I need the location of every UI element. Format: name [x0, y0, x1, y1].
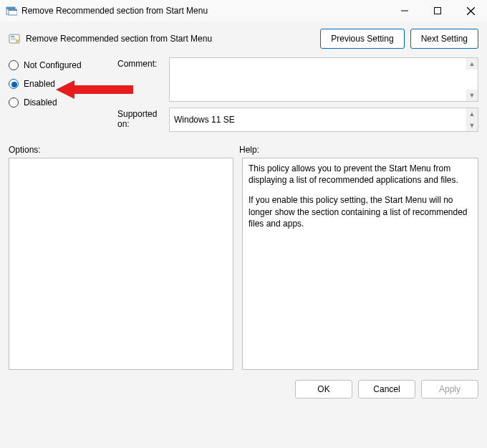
scroll-down-icon: ▼ — [466, 120, 478, 131]
svg-point-12 — [16, 39, 19, 42]
header: Remove Recommended section from Start Me… — [0, 22, 487, 53]
footer: OK Cancel Apply — [0, 370, 487, 409]
supported-on-box: Windows 11 SE ▲ ▼ — [169, 108, 478, 132]
radio-label: Disabled — [24, 97, 57, 108]
header-title: Remove Recommended section from Start Me… — [26, 34, 314, 44]
scroll-up-icon: ▲ — [466, 58, 478, 70]
next-setting-button[interactable]: Next Setting — [410, 29, 478, 49]
svg-rect-10 — [11, 38, 16, 39]
window-icon — [6, 5, 17, 16]
radio-label: Enabled — [24, 79, 55, 89]
ok-button[interactable]: OK — [295, 380, 352, 399]
svg-rect-3 — [9, 9, 17, 11]
comment-label: Comment: — [117, 57, 168, 69]
svg-rect-11 — [11, 39, 16, 40]
options-label: Options: — [9, 145, 239, 155]
previous-setting-button[interactable]: Previous Setting — [320, 29, 404, 49]
policy-icon — [9, 33, 20, 44]
help-text: This policy allows you to prevent the St… — [249, 163, 472, 186]
radio-label: Not Configured — [24, 60, 82, 70]
comment-textarea[interactable]: ▲ ▼ — [169, 57, 478, 102]
close-button[interactable] — [454, 0, 487, 22]
cancel-button[interactable]: Cancel — [358, 380, 415, 399]
radio-enabled[interactable]: Enabled — [9, 79, 116, 89]
supported-on-label: Supported on: — [117, 102, 168, 129]
titlebar: Remove Recommended section from Start Me… — [0, 0, 487, 22]
radio-disabled[interactable]: Disabled — [9, 97, 116, 108]
scroll-up-icon: ▲ — [466, 108, 478, 120]
supported-on-value: Windows 11 SE — [174, 115, 235, 125]
window-title: Remove Recommended section from Start Me… — [21, 6, 388, 16]
scroll-down-icon: ▼ — [466, 90, 478, 101]
help-text: If you enable this policy setting, the S… — [249, 194, 472, 229]
radio-not-configured[interactable]: Not Configured — [9, 60, 116, 70]
help-pane: This policy allows you to prevent the St… — [242, 158, 478, 370]
options-pane — [9, 158, 233, 370]
minimize-button[interactable] — [388, 0, 421, 22]
help-label: Help: — [239, 145, 259, 155]
svg-rect-9 — [11, 36, 14, 37]
svg-rect-5 — [435, 8, 441, 14]
maximize-button[interactable] — [421, 0, 454, 22]
apply-button: Apply — [421, 380, 478, 399]
